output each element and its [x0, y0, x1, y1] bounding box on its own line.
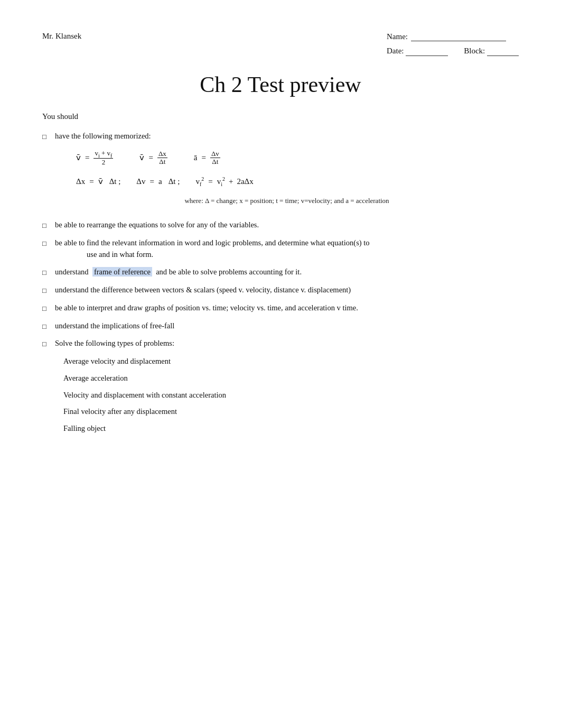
page-title: Ch 2 Test preview [42, 72, 519, 97]
block-label: Block: [464, 47, 485, 55]
bullet-memorized: □ have the following memorized: v̄ = vi … [42, 131, 519, 213]
name-field[interactable] [411, 32, 506, 41]
eq-velocity-displacement: v̄ = Δx Δt [139, 150, 167, 166]
bullet-icon-1: □ [42, 132, 50, 142]
bullet-frame-of-reference: □ understand frame of reference and be a… [42, 266, 519, 278]
bullet-solve: □ Solve the following types of problems: [42, 338, 519, 349]
bullet-vectors-text: understand the difference between vector… [55, 284, 519, 296]
sub-bullet-falling-object: Falling object [63, 423, 519, 435]
bullet-rearrange-text: be able to rearrange the equations to so… [55, 219, 519, 231]
bullet-icon-5: □ [42, 285, 50, 296]
block-field[interactable] [487, 47, 519, 56]
page-header: Mr. Klansek Name: Date: Block: [42, 32, 519, 56]
bullet-icon-6: □ [42, 303, 50, 314]
eq-legend: where: Δ = change; x = position; t = tim… [55, 196, 519, 206]
sub-bullet-final-velocity-text: Final velocity after any displacement [63, 406, 519, 418]
sub-bullet-avg-acceleration: Average acceleration [63, 373, 519, 384]
intro-text: You should [42, 112, 519, 121]
frame-of-reference-highlight: frame of reference [92, 267, 152, 277]
bullet-graphs: □ be able to interpret and draw graphs o… [42, 302, 519, 314]
bullet-solve-text: Solve the following types of problems: [55, 338, 519, 349]
bullet-rearrange: □ be able to rearrange the equations to … [42, 219, 519, 231]
bullet-graphs-text: be able to interpret and draw graphs of … [55, 302, 519, 314]
teacher-name: Mr. Klansek [42, 32, 81, 41]
equations-block: v̄ = vi + vf 2 v̄ = Δx Δt [76, 150, 519, 188]
bullet-word-problems-text: be able to find the relevant information… [55, 237, 519, 261]
bullet-icon-2: □ [42, 220, 50, 231]
bullet-icon-7: □ [42, 321, 50, 332]
sub-bullet-avg-acceleration-text: Average acceleration [63, 373, 519, 384]
eq-row-1: v̄ = vi + vf 2 v̄ = Δx Δt [76, 150, 519, 167]
sub-bullet-avg-velocity: Average velocity and displacement [63, 356, 519, 367]
eq-kinematics-2: Δv = a Δt ; [136, 176, 180, 188]
sub-bullet-final-velocity: Final velocity after any displacement [63, 406, 519, 418]
eq-kinematics-1: Δx = v̄ Δt ; [76, 176, 120, 188]
date-label: Date: [387, 47, 404, 55]
bullet-icon-3: □ [42, 238, 50, 249]
bullet-icon-8: □ [42, 339, 50, 349]
eq-avg-velocity: v̄ = vi + vf 2 [76, 150, 113, 167]
name-label: Name: [387, 32, 408, 41]
bullet-icon-4: □ [42, 268, 50, 278]
eq-row-2: Δx = v̄ Δt ; Δv = a Δt ; vf2 = [76, 175, 519, 188]
sub-bullet-constant-accel: Velocity and displacement with constant … [63, 390, 519, 401]
bullet-free-fall-text: understand the implications of free-fall [55, 320, 519, 332]
bullet-frame-text: understand frame of reference and be abl… [55, 266, 519, 278]
sub-bullet-falling-object-text: Falling object [63, 423, 519, 435]
sub-bullet-avg-velocity-text: Average velocity and displacement [63, 356, 519, 367]
bullet-vectors-scalars: □ understand the difference between vect… [42, 284, 519, 296]
bullet-word-problems: □ be able to find the relevant informati… [42, 237, 519, 261]
bullet-memorized-text: have the following memorized: [55, 132, 151, 140]
bullet-free-fall: □ understand the implications of free-fa… [42, 320, 519, 332]
eq-kinematics-3: vf2 = vi2 + 2aΔx [195, 175, 253, 188]
header-fields: Name: Date: Block: [387, 32, 519, 56]
eq-avg-acceleration: ā = Δv Δt [194, 150, 220, 166]
sub-bullet-constant-accel-text: Velocity and displacement with constant … [63, 390, 519, 401]
date-field[interactable] [406, 47, 448, 56]
